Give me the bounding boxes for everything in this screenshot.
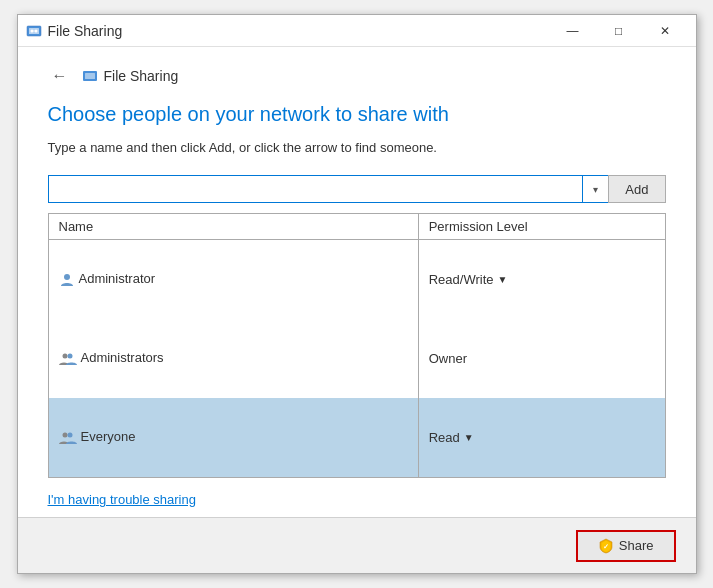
svg-point-2: [30, 29, 33, 32]
maximize-button[interactable]: □: [596, 15, 642, 47]
person-input-row: ▾ Add: [48, 175, 666, 203]
close-button[interactable]: ✕: [642, 15, 688, 47]
cell-name: Administrators: [48, 319, 418, 397]
file-sharing-window: File Sharing — □ ✕ ← File Sharing Choose…: [17, 14, 697, 574]
svg-text:✓: ✓: [603, 543, 609, 550]
cell-permission: Owner: [418, 319, 665, 397]
permission-label: Read/Write: [429, 272, 494, 287]
breadcrumb-label: File Sharing: [104, 68, 179, 84]
window-title-text: File Sharing: [48, 23, 123, 39]
svg-point-8: [62, 353, 67, 358]
svg-rect-6: [85, 73, 95, 79]
minimize-button[interactable]: —: [550, 15, 596, 47]
cell-name: Everyone: [48, 398, 418, 478]
main-content: ← File Sharing Choose people on your net…: [18, 47, 696, 517]
dropdown-arrow-button[interactable]: ▾: [582, 175, 608, 203]
breadcrumb-title: File Sharing: [82, 68, 179, 84]
dropdown-arrow-icon: ▾: [593, 184, 598, 195]
svg-point-11: [67, 432, 72, 437]
permission-label: Read: [429, 430, 460, 445]
table-row[interactable]: Administrator Read/Write ▼: [48, 240, 665, 320]
svg-point-10: [62, 432, 67, 437]
svg-point-7: [64, 274, 70, 280]
shield-icon: ✓: [598, 538, 614, 554]
permissions-table: Name Permission Level Administrator Read…: [48, 213, 666, 478]
table-row[interactable]: Everyone Read ▼: [48, 398, 665, 478]
share-button-label: Share: [619, 538, 654, 553]
add-button[interactable]: Add: [608, 175, 665, 203]
nav-row: ← File Sharing: [48, 67, 666, 85]
window-icon: [26, 23, 42, 39]
trouble-sharing-link[interactable]: I'm having trouble sharing: [48, 492, 666, 507]
footer: ✓ Share: [18, 517, 696, 573]
cell-permission[interactable]: Read/Write ▼: [418, 240, 665, 320]
title-bar-controls: — □ ✕: [550, 15, 688, 47]
permission-dropdown-arrow[interactable]: ▼: [464, 432, 474, 443]
person-input[interactable]: [48, 175, 583, 203]
instruction-text: Type a name and then click Add, or click…: [48, 140, 666, 155]
permission-dropdown-arrow[interactable]: ▼: [497, 274, 507, 285]
back-button[interactable]: ←: [48, 67, 72, 85]
page-heading: Choose people on your network to share w…: [48, 103, 666, 126]
col-header-name: Name: [48, 214, 418, 240]
title-bar-left: File Sharing: [26, 23, 123, 39]
col-header-permission: Permission Level: [418, 214, 665, 240]
cell-permission[interactable]: Read ▼: [418, 398, 665, 478]
svg-point-9: [67, 353, 72, 358]
svg-point-3: [34, 29, 37, 32]
title-bar: File Sharing — □ ✕: [18, 15, 696, 47]
permissions-table-wrapper: Name Permission Level Administrator Read…: [48, 213, 666, 478]
share-button[interactable]: ✓ Share: [576, 530, 676, 562]
table-row[interactable]: AdministratorsOwner: [48, 319, 665, 397]
cell-name: Administrator: [48, 240, 418, 320]
